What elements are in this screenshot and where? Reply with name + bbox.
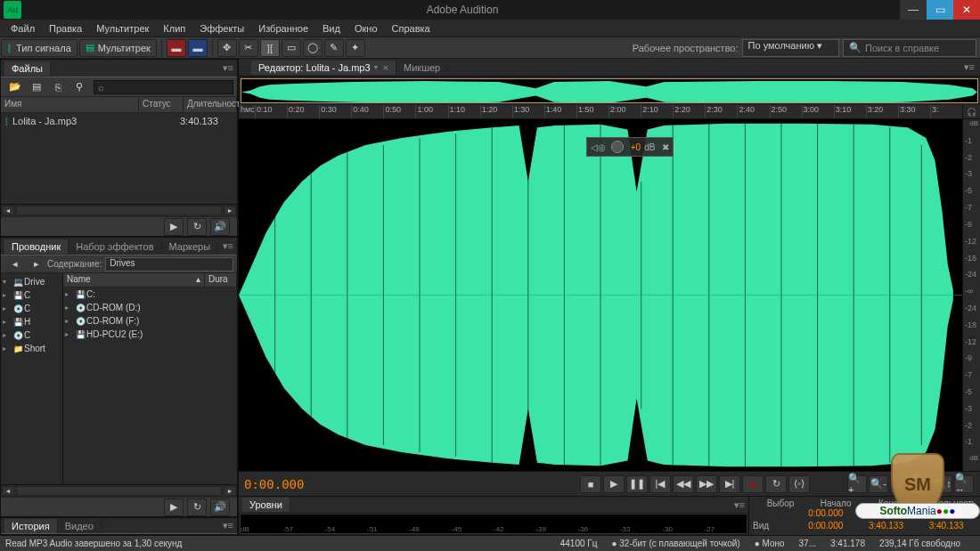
chevron-down-icon[interactable]: ▾ <box>374 63 378 71</box>
tool-move[interactable]: ✥ <box>217 39 237 57</box>
menu-help[interactable]: Справка <box>385 21 437 36</box>
help-search[interactable]: 🔍Поиск в справке <box>843 39 976 57</box>
preview-autoplay-button[interactable]: 🔊 <box>210 218 230 236</box>
selection-panel: Выбор НачалоКонецДлительность 0:00.000 0… <box>748 497 980 535</box>
tool-heal[interactable]: ✦ <box>346 39 365 57</box>
menu-multitrack[interactable]: Мультитрек <box>89 21 156 36</box>
files-panel: Файлы ▾≡ 📂 ▤ ⎘ ⚲ ⌕ Имя Статус Длительнос… <box>0 59 238 237</box>
panel-menu-icon[interactable]: ▾≡ <box>223 240 233 252</box>
stop-button[interactable]: ■ <box>580 475 601 493</box>
waveform-overview[interactable] <box>241 78 978 103</box>
menu-file[interactable]: Файл <box>4 21 42 36</box>
waveform-view-button[interactable]: ⦚Тип сигнала <box>1 39 78 57</box>
browser-list[interactable]: Name ▴ Dura ▸💾C: ▸💿CD-ROM (D:) ▸💿CD-ROM … <box>63 273 237 484</box>
menu-window[interactable]: Окно <box>347 21 385 36</box>
record-button[interactable]: ● <box>742 475 764 493</box>
volume-hud[interactable]: ◁◎ +0dB ✖ <box>586 137 674 157</box>
sel-start[interactable]: 0:00.000 <box>796 508 856 521</box>
browser-back-button[interactable]: ◂ <box>5 255 25 273</box>
view-dur[interactable]: 3:40.133 <box>916 521 976 533</box>
history-panel: История Видео ▾≡ <box>0 517 238 535</box>
import-button[interactable]: ⎘ <box>48 78 68 96</box>
pin-icon[interactable]: ✖ <box>662 142 669 152</box>
menu-favorites[interactable]: Избранное <box>251 21 315 36</box>
video-tab[interactable]: Видео <box>58 519 102 533</box>
waveform-display[interactable]: ◁◎ +0dB ✖ <box>239 119 962 471</box>
tool-razor[interactable]: ✂ <box>239 39 258 57</box>
spectral-freq-button[interactable]: ▬ <box>167 39 186 57</box>
timeline-ruler[interactable]: hмс 0:100:20 0:300:40 0:501:00 1:101:20 … <box>239 105 980 119</box>
multitrack-view-button[interactable]: ▤Мультитрек <box>79 39 157 57</box>
browser-play-button[interactable]: ▶ <box>164 498 184 516</box>
goto-start-button[interactable]: |◀ <box>649 475 671 493</box>
zoom-out-vert-button[interactable]: 🔍↔ <box>954 475 974 493</box>
view-start[interactable]: 0:00.000 <box>796 521 856 533</box>
browser-tab-explorer[interactable]: Проводник <box>4 239 69 254</box>
menu-edit[interactable]: Правка <box>42 21 89 36</box>
tool-lasso[interactable]: ◯ <box>303 39 323 57</box>
volume-knob[interactable] <box>611 141 624 153</box>
browser-tab-markers[interactable]: Маркеры <box>162 239 219 254</box>
files-hscroll[interactable]: ◂▸ <box>1 204 237 216</box>
close-button[interactable]: ✕ <box>953 0 980 20</box>
file-name: Lolita - Ja.mp3 <box>12 116 180 126</box>
open-file-button[interactable]: 📂 <box>5 78 25 96</box>
rewind-button[interactable]: ◀◀ <box>673 475 694 493</box>
minimize-button[interactable]: — <box>900 0 927 20</box>
browser-panel: Проводник Набор эффектов Маркеры ▾≡ ◂ ▸ … <box>0 237 238 517</box>
audio-file-icon: ⦚ <box>4 117 9 126</box>
app-icon: Au <box>4 1 21 19</box>
mixer-tab[interactable]: Микшер <box>396 61 448 75</box>
sel-end[interactable]: 0:00.000 <box>856 508 917 521</box>
workspace-select[interactable]: По умолчанию ▾ <box>742 39 839 57</box>
browser-loop-button[interactable]: ↻ <box>187 498 207 516</box>
headphone-icon[interactable]: 🎧 <box>962 105 980 118</box>
menu-effects[interactable]: Эффекты <box>192 21 251 36</box>
forward-button[interactable]: ▶▶ <box>696 475 717 493</box>
sel-dur[interactable]: 0:00.000 <box>916 508 976 521</box>
app-title: Adobe Audition <box>25 4 900 16</box>
history-tab[interactable]: История <box>4 519 58 533</box>
browser-auto-button[interactable]: 🔊 <box>210 498 230 516</box>
files-tab[interactable]: Файлы <box>4 61 51 76</box>
drive-tree[interactable]: ▾💻Drive ▸💾C ▸💿C ▸💾H ▸💿C ▸📁Short <box>1 273 63 484</box>
browser-tab-effects[interactable]: Набор эффектов <box>69 239 161 254</box>
file-duration: 3:40.133 <box>180 116 233 126</box>
files-filter[interactable]: ⌕ <box>94 80 233 94</box>
zoom-in-vert-button[interactable]: 🔍↕ <box>933 475 952 493</box>
browser-hscroll[interactable]: ◂▸ <box>1 484 237 497</box>
maximize-button[interactable]: ▭ <box>927 0 953 20</box>
close-file-button[interactable]: ⚲ <box>69 78 89 96</box>
panel-menu-icon[interactable]: ▾≡ <box>223 62 233 74</box>
view-end[interactable]: 3:40.133 <box>856 521 917 533</box>
panel-menu-icon[interactable]: ▾≡ <box>734 499 745 511</box>
spectral-pitch-button[interactable]: ▬ <box>188 39 208 57</box>
file-row[interactable]: ⦚ Lolita - Ja.mp3 3:40.133 <box>1 113 237 129</box>
play-button[interactable]: ▶ <box>603 475 625 493</box>
files-list[interactable]: ⦚ Lolita - Ja.mp3 3:40.133 <box>1 113 237 204</box>
zoom-out-button[interactable]: 🔍- <box>869 475 888 493</box>
browser-fwd-button[interactable]: ▸ <box>27 255 46 273</box>
goto-end-button[interactable]: ▶| <box>719 475 740 493</box>
new-file-button[interactable]: ▤ <box>27 78 46 96</box>
preview-play-button[interactable]: ▶ <box>164 218 184 236</box>
zoom-in-button[interactable]: 🔍+ <box>847 475 867 493</box>
levels-tab[interactable]: Уровни <box>242 498 290 512</box>
timecode-display[interactable]: 0:00.000 <box>244 477 476 491</box>
preview-loop-button[interactable]: ↻ <box>187 218 207 236</box>
tool-time[interactable]: ][ <box>260 39 280 57</box>
menu-clip[interactable]: Клип <box>156 21 192 36</box>
tool-marquee[interactable]: ▭ <box>282 39 301 57</box>
panel-menu-icon[interactable]: ▾≡ <box>964 61 975 73</box>
panel-menu-icon[interactable]: ▾≡ <box>223 520 233 531</box>
zoom-full-button[interactable]: ⤢ <box>890 475 910 493</box>
skip-selection-button[interactable]: ⟨◦⟩ <box>788 475 810 493</box>
zoom-sel-button[interactable]: 🔍▭ <box>911 475 931 493</box>
drives-select[interactable]: Drives <box>105 257 233 271</box>
pause-button[interactable]: ❚❚ <box>626 475 648 493</box>
close-icon[interactable]: × <box>383 62 388 73</box>
tool-brush[interactable]: ✎ <box>324 39 344 57</box>
editor-tab[interactable]: Редактор: Lolita - Ja.mp3▾× <box>251 61 396 75</box>
loop-button[interactable]: ↻ <box>765 475 787 493</box>
menu-view[interactable]: Вид <box>315 21 347 36</box>
